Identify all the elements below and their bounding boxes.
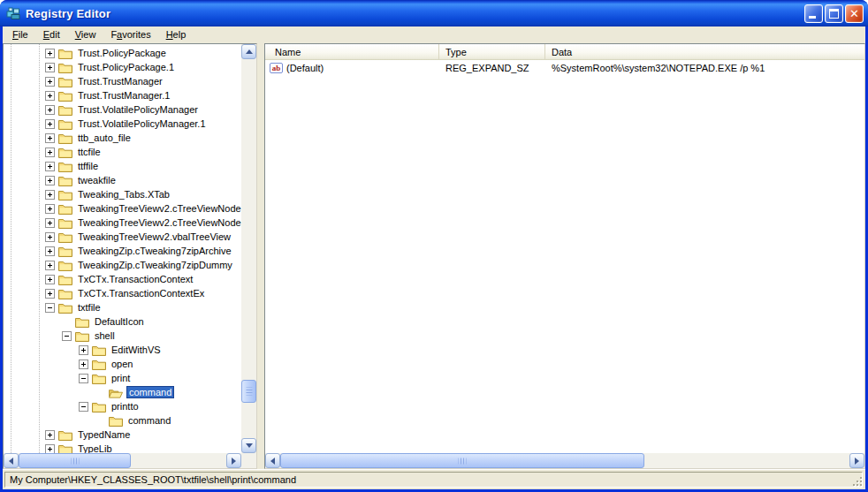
tree-item-txctx-transactioncontext[interactable]: TxCTx.TransactionContext xyxy=(4,272,241,286)
scroll-right-button[interactable] xyxy=(226,453,241,468)
tree-item-editwithvs[interactable]: EditWithVS xyxy=(4,343,241,357)
expand-toggle-icon[interactable] xyxy=(45,232,55,242)
value-list-pane: Name Type Data ab(Default)REG_EXPAND_SZ%… xyxy=(264,43,865,469)
value-data: %SystemRoot%\system32\NOTEPAD.EXE /p %1 xyxy=(545,63,864,73)
tree-horizontal-scrollbar[interactable] xyxy=(4,453,241,468)
scroll-up-button[interactable] xyxy=(241,44,256,59)
tree-item-tweakingzip-ctweaking7ziparchive[interactable]: TweakingZip.cTweaking7zipArchive xyxy=(4,244,241,258)
horizontal-scroll-thumb[interactable] xyxy=(280,453,644,468)
expand-toggle-icon[interactable] xyxy=(45,430,55,440)
maximize-icon xyxy=(829,9,839,19)
column-header-name[interactable]: Name xyxy=(265,44,439,59)
collapse-toggle-icon[interactable] xyxy=(62,331,72,341)
tree-item-printto[interactable]: printto xyxy=(4,399,241,413)
expand-toggle-icon[interactable] xyxy=(79,345,88,355)
column-header-type[interactable]: Type xyxy=(439,44,545,59)
tree-item-trust-volatilepolicymanager-1[interactable]: Trust.VolatilePolicyManager.1 xyxy=(4,117,241,131)
tree-item-tweakingtreeviewv2-ctreeviewnodes[interactable]: TweakingTreeViewv2.cTreeViewNodes xyxy=(4,216,241,230)
collapse-toggle-icon[interactable] xyxy=(79,374,88,383)
tree-item-label: Trust.TrustManager.1 xyxy=(76,90,171,101)
content-area: Trust.PolicyPackageTrust.PolicyPackage.1… xyxy=(3,43,865,469)
scroll-left-button[interactable] xyxy=(4,453,19,468)
scroll-down-button[interactable] xyxy=(241,438,256,453)
tree-item-ttffile[interactable]: ttffile xyxy=(4,159,241,173)
folder-icon xyxy=(75,330,89,342)
tree-item-trust-trustmanager-1[interactable]: Trust.TrustManager.1 xyxy=(4,88,241,102)
expand-toggle-icon[interactable] xyxy=(45,63,55,72)
scroll-right-button[interactable] xyxy=(849,453,864,468)
folder-icon xyxy=(58,48,72,59)
vertical-scroll-thumb[interactable] xyxy=(241,380,256,403)
collapse-toggle-icon[interactable] xyxy=(45,303,55,313)
tree-item-shell[interactable]: shell xyxy=(4,329,241,343)
pane-splitter[interactable] xyxy=(257,43,264,469)
tree-item-txctx-transactioncontextex[interactable]: TxCTx.TransactionContextEx xyxy=(4,286,241,300)
arrow-right-icon xyxy=(232,458,236,465)
arrow-down-icon xyxy=(246,443,253,448)
tree-item-label: TweakingZip.cTweaking7zipArchive xyxy=(76,246,233,256)
tree-item-command[interactable]: command xyxy=(4,413,241,428)
expand-toggle-icon[interactable] xyxy=(45,91,55,101)
expand-toggle-icon[interactable] xyxy=(45,105,55,115)
expand-toggle-icon[interactable] xyxy=(79,360,88,369)
menu-view[interactable]: View xyxy=(68,27,104,42)
horizontal-scroll-thumb[interactable] xyxy=(19,453,131,468)
tree-item-defaulticon[interactable]: DefaultIcon xyxy=(4,314,241,329)
expand-toggle-icon[interactable] xyxy=(45,190,55,200)
maximize-button[interactable] xyxy=(825,4,843,23)
expand-toggle-icon[interactable] xyxy=(45,176,55,185)
status-field: My Computer\HKEY_CLASSES_ROOT\txtfile\sh… xyxy=(4,472,863,488)
tree-item-tweakingtreeviewv2-ctreeviewnode[interactable]: TweakingTreeViewv2.cTreeViewNode xyxy=(4,201,241,216)
expand-toggle-icon[interactable] xyxy=(45,119,55,129)
expand-toggle-icon[interactable] xyxy=(45,218,55,228)
tree-item-trust-volatilepolicymanager[interactable]: Trust.VolatilePolicyManager xyxy=(4,102,241,117)
tree-item-tweaking-tabs-xtab[interactable]: Tweaking_Tabs.XTab xyxy=(4,187,241,201)
tree-item-command[interactable]: command xyxy=(4,385,241,399)
tree-item-label: Trust.VolatilePolicyManager xyxy=(76,104,200,115)
expand-toggle-icon[interactable] xyxy=(45,77,55,87)
tree-item-label: Trust.PolicyPackage.1 xyxy=(76,62,176,72)
tree-item-trust-trustmanager[interactable]: Trust.TrustManager xyxy=(4,74,241,88)
expand-toggle-icon[interactable] xyxy=(45,49,55,58)
expand-toggle-icon[interactable] xyxy=(45,261,55,270)
tree-item-typedname[interactable]: TypedName xyxy=(4,428,241,442)
expand-toggle-icon[interactable] xyxy=(45,204,55,214)
tree-item-open[interactable]: open xyxy=(4,357,241,371)
expand-toggle-icon[interactable] xyxy=(45,162,55,171)
menu-help[interactable]: Help xyxy=(159,27,194,42)
resize-grip[interactable] xyxy=(852,476,862,486)
tree-item-trust-policypackage[interactable]: Trust.PolicyPackage xyxy=(4,46,241,60)
tree-item-tweakingtreeviewv2-vbaltreeview[interactable]: TweakingTreeViewv2.vbalTreeView xyxy=(4,230,241,244)
menu-favorites[interactable]: Favorites xyxy=(103,27,158,42)
folder-icon xyxy=(58,217,72,229)
menu-file[interactable]: File xyxy=(5,27,36,42)
expand-toggle-icon[interactable] xyxy=(45,133,55,143)
title-bar[interactable]: Registry Editor ✕ xyxy=(0,0,868,26)
tree-item-txtfile[interactable]: txtfile xyxy=(4,300,241,314)
expand-toggle-icon[interactable] xyxy=(45,444,55,454)
minimize-button[interactable] xyxy=(804,4,823,23)
expand-toggle-icon[interactable] xyxy=(45,289,55,299)
expand-toggle-icon[interactable] xyxy=(45,275,55,284)
tree-item-ttb-auto-file[interactable]: ttb_auto_file xyxy=(4,131,241,145)
tree-item-label: txtfile xyxy=(76,302,103,313)
tree-item-print[interactable]: print xyxy=(4,371,241,385)
expand-toggle-icon[interactable] xyxy=(45,246,55,256)
tree-item-ttcfile[interactable]: ttcfile xyxy=(4,145,241,159)
expand-toggle-icon[interactable] xyxy=(45,148,55,157)
scroll-left-button[interactable] xyxy=(265,453,280,468)
tree-item-tweakfile[interactable]: tweakfile xyxy=(4,173,241,187)
column-header-data[interactable]: Data xyxy=(545,44,864,59)
tree-item-tweakingzip-ctweaking7zipdummy[interactable]: TweakingZip.cTweaking7zipDummy xyxy=(4,258,241,272)
tree-item-typelib[interactable]: TypeLib xyxy=(4,442,241,453)
collapse-toggle-icon[interactable] xyxy=(79,402,88,412)
list-horizontal-scrollbar[interactable] xyxy=(265,453,864,468)
tree-vertical-scrollbar[interactable] xyxy=(241,44,256,453)
folder-icon xyxy=(58,443,72,454)
menu-edit[interactable]: Edit xyxy=(36,27,68,42)
close-button[interactable]: ✕ xyxy=(845,4,864,23)
tree-item-trust-policypackage-1[interactable]: Trust.PolicyPackage.1 xyxy=(4,60,241,74)
tree-item-label: Tweaking_Tabs.XTab xyxy=(76,189,171,200)
value-row[interactable]: ab(Default)REG_EXPAND_SZ%SystemRoot%\sys… xyxy=(265,60,864,75)
minimize-icon xyxy=(809,16,816,19)
